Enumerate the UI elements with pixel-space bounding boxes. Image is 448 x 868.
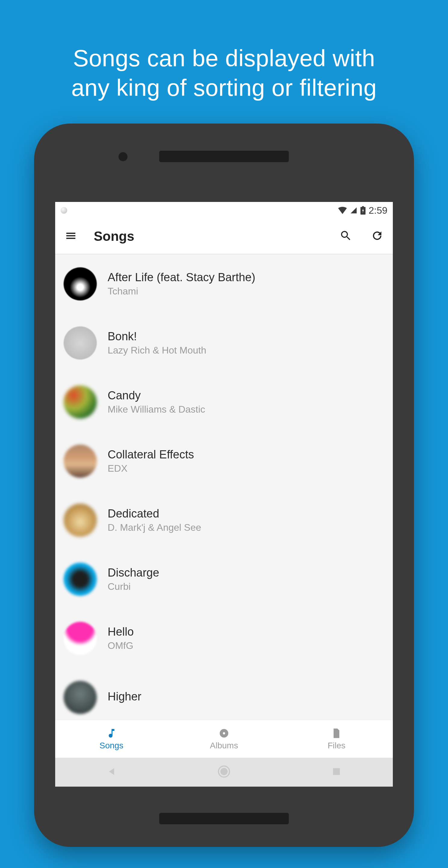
- promo-line2: any king of sorting or filtering: [71, 74, 377, 101]
- file-icon: [331, 727, 342, 739]
- svg-rect-1: [362, 206, 364, 207]
- album-art-icon: [64, 504, 97, 537]
- status-notification-dot-icon: [61, 207, 67, 214]
- android-nav-bar: [55, 758, 393, 786]
- wifi-icon: [338, 207, 347, 214]
- tab-label: Albums: [210, 741, 238, 750]
- status-time: 2:59: [369, 205, 387, 216]
- svg-rect-6: [333, 768, 340, 775]
- song-title: Hello: [108, 625, 134, 638]
- search-button[interactable]: [337, 228, 354, 245]
- song-row[interactable]: After Life (feat. Stacy Barthe) Tchami: [55, 254, 393, 313]
- battery-charging-icon: [360, 206, 366, 215]
- song-text: Discharge Curbi: [108, 566, 159, 592]
- album-art-icon: [64, 385, 97, 418]
- song-artist: Tchami: [108, 286, 256, 297]
- song-title: Dedicated: [108, 507, 201, 520]
- app-bar: Songs: [55, 219, 393, 254]
- song-title: After Life (feat. Stacy Barthe): [108, 271, 256, 284]
- svg-point-5: [220, 768, 228, 775]
- song-text: Bonk! Lazy Rich & Hot Mouth: [108, 330, 206, 356]
- menu-button[interactable]: [62, 228, 79, 245]
- nav-back-button[interactable]: [102, 763, 121, 781]
- page-title: Songs: [94, 229, 323, 244]
- refresh-icon: [371, 229, 384, 243]
- song-text: Dedicated D. Mark'j & Angel See: [108, 507, 201, 533]
- song-title: Candy: [108, 389, 205, 402]
- song-title: Bonk!: [108, 330, 206, 343]
- cell-signal-icon: [350, 207, 357, 214]
- music-note-icon: [106, 727, 117, 739]
- album-art-icon: [64, 267, 97, 301]
- status-right: 2:59: [338, 205, 387, 216]
- album-art-icon: [64, 563, 97, 596]
- song-list: After Life (feat. Stacy Barthe) Tchami B…: [55, 254, 393, 720]
- song-row[interactable]: Bonk! Lazy Rich & Hot Mouth: [55, 313, 393, 373]
- song-title: Collateral Effects: [108, 448, 194, 461]
- song-artist: D. Mark'j & Angel See: [108, 522, 201, 533]
- search-icon: [339, 229, 352, 243]
- hamburger-icon: [65, 230, 77, 243]
- song-row[interactable]: Collateral Effects EDX: [55, 432, 393, 491]
- phone-speaker-bottom: [159, 813, 289, 824]
- song-artist: Curbi: [108, 581, 159, 592]
- phone-camera: [118, 152, 127, 161]
- album-art-icon: [64, 681, 97, 714]
- nav-recents-button[interactable]: [327, 763, 346, 781]
- song-artist: EDX: [108, 463, 194, 474]
- song-text: Collateral Effects EDX: [108, 448, 194, 474]
- svg-point-3: [223, 732, 225, 734]
- song-artist: Lazy Rich & Hot Mouth: [108, 345, 206, 356]
- bottom-tabs: Songs Albums Files: [55, 720, 393, 758]
- back-triangle-icon: [107, 767, 117, 778]
- promo-line1: Songs can be displayed with: [73, 45, 375, 71]
- song-artist: Mike Williams & Dastic: [108, 404, 205, 415]
- song-text: Higher: [108, 690, 141, 705]
- song-text: After Life (feat. Stacy Barthe) Tchami: [108, 271, 256, 297]
- song-row[interactable]: Candy Mike Williams & Dastic: [55, 373, 393, 432]
- tab-songs[interactable]: Songs: [55, 720, 168, 758]
- tab-label: Songs: [99, 741, 123, 750]
- album-art-icon: [64, 622, 97, 655]
- phone-frame: 2:59 Songs: [34, 124, 414, 847]
- album-disc-icon: [218, 727, 230, 739]
- album-art-icon: [64, 444, 97, 478]
- song-text: Candy Mike Williams & Dastic: [108, 389, 205, 415]
- song-title: Discharge: [108, 566, 159, 579]
- song-title: Higher: [108, 690, 141, 703]
- tab-label: Files: [328, 741, 346, 750]
- nav-home-button[interactable]: [215, 763, 233, 781]
- status-left: [61, 207, 67, 214]
- album-art-icon: [64, 327, 97, 360]
- status-bar: 2:59: [55, 202, 393, 219]
- recents-square-icon: [332, 767, 341, 777]
- phone-speaker-top: [159, 151, 289, 162]
- screen: 2:59 Songs: [55, 202, 393, 786]
- song-row[interactable]: Higher: [55, 668, 393, 720]
- tab-albums[interactable]: Albums: [168, 720, 280, 758]
- song-row[interactable]: Discharge Curbi: [55, 550, 393, 609]
- home-circle-icon: [217, 765, 231, 779]
- song-row[interactable]: Dedicated D. Mark'j & Angel See: [55, 491, 393, 550]
- promo-headline: Songs can be displayed with any king of …: [0, 0, 448, 102]
- tab-files[interactable]: Files: [280, 720, 393, 758]
- song-row[interactable]: Hello OMfG: [55, 609, 393, 668]
- refresh-button[interactable]: [369, 228, 386, 245]
- song-text: Hello OMfG: [108, 625, 134, 651]
- song-artist: OMfG: [108, 640, 134, 651]
